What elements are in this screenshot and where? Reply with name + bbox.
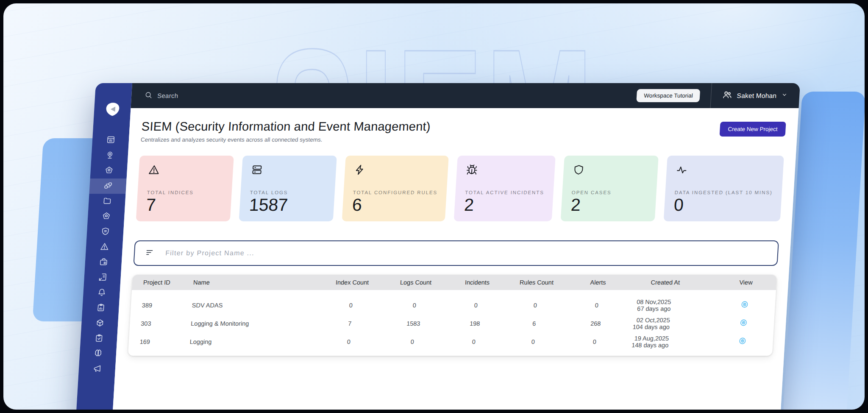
- stat-label: OPEN CASES: [571, 190, 647, 195]
- stat-label: TOTAL LOGS: [250, 190, 326, 195]
- stat-label: TOTAL CONFIGURED RULES: [353, 190, 437, 195]
- column-header-created-at: Created At: [630, 279, 727, 286]
- sidebar-item-globe-mesh[interactable]: [81, 316, 118, 331]
- users-icon: [722, 90, 733, 101]
- project-filter-input[interactable]: Filter by Project Name ...: [133, 240, 779, 266]
- topbar-right: Workspace Tutorial Saket Mohan: [636, 83, 800, 108]
- sidebar-item-megaphone[interactable]: [78, 362, 116, 377]
- cell-name: SDV ADAS: [192, 302, 319, 309]
- sidebar-item-globe-stand[interactable]: [91, 148, 128, 163]
- cell-rules-count: 6: [504, 320, 564, 327]
- file-share-icon: [97, 273, 107, 283]
- create-new-project-button[interactable]: Create New Project: [719, 122, 786, 137]
- cell-index-count: 0: [319, 302, 383, 309]
- cell-incidents: 198: [445, 320, 505, 327]
- activity-icon: [676, 164, 774, 177]
- view-project-button[interactable]: [738, 337, 746, 345]
- stat-card-total-indices: TOTAL INDICES7: [136, 156, 234, 221]
- column-header-view: View: [726, 279, 766, 286]
- cell-created-at: 02 Oct,2025 104 days ago: [627, 317, 724, 330]
- stat-card-open-cases: OPEN CASES2: [561, 156, 659, 221]
- stat-card-total-logs: TOTAL LOGS1587: [239, 156, 337, 221]
- stat-value: 1587: [249, 195, 326, 215]
- dashboard-icon: [106, 135, 115, 146]
- alert-triangle-icon: [148, 164, 224, 177]
- chevron-down-icon: [781, 92, 788, 100]
- stats-cards: TOTAL INDICES7TOTAL LOGS1587TOTAL CONFIG…: [136, 156, 784, 221]
- stat-value: 6: [352, 195, 437, 215]
- stat-value: 0: [673, 195, 773, 215]
- page-subtitle: Centralizes and analyzes security events…: [141, 137, 430, 143]
- desktop-background: SIEM Search: [3, 3, 865, 410]
- cell-rules-count: 0: [503, 338, 563, 345]
- table-row: 303Logging & Monitoring71583198626802 Oc…: [129, 314, 775, 332]
- sidebar-item-clipboard-check[interactable]: [80, 331, 117, 346]
- sidebar-item-folder[interactable]: [88, 194, 125, 209]
- cell-logs-count: 1583: [381, 320, 445, 327]
- column-header-name: Name: [193, 279, 321, 286]
- stat-label: TOTAL ACTIVE INCIDENTS: [465, 190, 544, 195]
- zap-icon: [354, 164, 439, 177]
- projects-table: Project IDNameIndex CountLogs CountIncid…: [128, 275, 777, 356]
- cell-created-at: 19 Aug,2025 148 days ago: [626, 335, 723, 349]
- sidebar-item-shield-lines[interactable]: [86, 224, 124, 240]
- column-header-incidents: Incidents: [448, 279, 507, 286]
- table-row: 169Logging0000019 Aug,2025 148 days ago: [128, 332, 774, 351]
- globe-stand-icon: [105, 151, 114, 161]
- app-logo-icon[interactable]: [105, 102, 120, 116]
- cell-alerts: 0: [562, 338, 626, 345]
- sidebar-item-alert-triangle[interactable]: [86, 240, 123, 255]
- stat-card-total-active-incidents: TOTAL ACTIVE INCIDENTS2: [454, 156, 556, 221]
- filter-icon: [145, 248, 154, 259]
- sidebar-item-file-share[interactable]: [84, 270, 121, 285]
- cell-project-id: 303: [141, 320, 191, 327]
- cell-logs-count: 0: [382, 302, 446, 309]
- cell-alerts: 0: [565, 302, 629, 309]
- shield-icon: [573, 164, 649, 177]
- eye-icon: [740, 303, 748, 310]
- search-icon: [145, 91, 153, 100]
- stat-card-total-configured-rules: TOTAL CONFIGURED RULES6: [342, 156, 449, 221]
- briefcase-icon: [99, 257, 108, 268]
- clipboard-check-icon: [94, 334, 103, 344]
- sidebar-item-briefcase[interactable]: [85, 255, 122, 270]
- sidebar-item-brain[interactable]: [79, 346, 117, 362]
- page-title: SIEM (Security Information and Event Man…: [141, 120, 431, 134]
- sidebar-item-pentagon[interactable]: [90, 163, 128, 179]
- user-menu[interactable]: Saket Mohan: [711, 90, 800, 101]
- server-icon: [251, 164, 327, 177]
- sidebar-item-dashboard[interactable]: [92, 133, 129, 148]
- column-header-logs-count: Logs Count: [384, 279, 448, 286]
- sidebar-item-clipboard-chart[interactable]: [82, 301, 119, 316]
- cell-index-count: 7: [318, 320, 382, 327]
- view-project-button[interactable]: [740, 319, 748, 326]
- cell-name: Logging & Monitoring: [191, 320, 318, 327]
- column-header-rules-count: Rules Count: [507, 279, 567, 286]
- table-header-row: Project IDNameIndex CountLogs CountIncid…: [132, 275, 777, 290]
- sidebar-item-bell[interactable]: [83, 285, 120, 301]
- column-header-project-id: Project ID: [143, 279, 194, 286]
- pentagon-icon: [104, 166, 113, 176]
- alert-triangle-icon: [100, 242, 109, 253]
- bell-icon: [97, 288, 106, 299]
- sidebar-item-pentagon[interactable]: [87, 209, 125, 224]
- cell-name: Logging: [189, 338, 317, 345]
- eye-icon: [738, 340, 746, 346]
- main-content: SIEM (Security Information and Event Man…: [112, 108, 798, 410]
- scene: Search Workspace Tutorial Saket Mohan: [3, 83, 865, 410]
- user-name: Saket Mohan: [737, 92, 777, 100]
- stat-card-data-ingested-last-10-mins-: DATA INGESTED (LAST 10 MINS)0: [664, 156, 784, 221]
- sidebar-item-integrations-link[interactable]: [89, 179, 126, 194]
- topbar: Search Workspace Tutorial Saket Mohan: [131, 83, 800, 108]
- workspace-tutorial-button[interactable]: Workspace Tutorial: [636, 89, 700, 102]
- brain-icon: [93, 349, 103, 360]
- cell-rules-count: 0: [505, 302, 565, 309]
- search-input[interactable]: Search: [145, 91, 179, 100]
- view-project-button[interactable]: [740, 301, 748, 308]
- cell-project-id: 169: [139, 338, 190, 345]
- eye-icon: [740, 321, 748, 328]
- integrations-link-icon: [103, 181, 112, 192]
- app-window: Search Workspace Tutorial Saket Mohan: [75, 83, 800, 410]
- cell-logs-count: 0: [380, 338, 444, 345]
- cell-index-count: 0: [317, 338, 381, 345]
